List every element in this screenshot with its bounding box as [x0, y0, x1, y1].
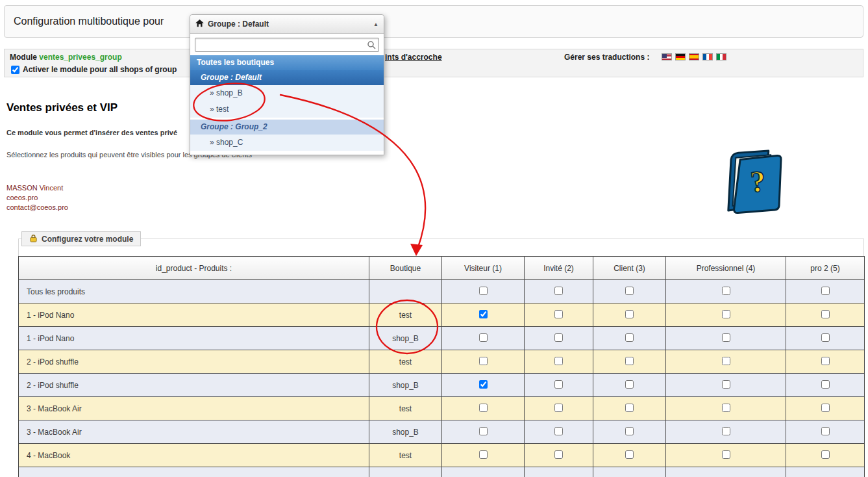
module-name: ventes_privees_group: [39, 53, 121, 62]
checkbox-cell: [593, 374, 666, 397]
checkbox-cell: [593, 420, 666, 444]
boutique-cell: test: [369, 303, 442, 327]
visibility-checkbox[interactable]: [625, 310, 634, 318]
flag-us-icon[interactable]: [662, 53, 672, 60]
flag-it-icon[interactable]: [716, 53, 726, 60]
checkbox-cell: [525, 327, 593, 350]
checkbox-cell: [666, 467, 786, 477]
shop-selector-option[interactable]: » shop_C: [190, 135, 384, 151]
flag-es-icon[interactable]: [689, 53, 699, 60]
checkbox-cell: [593, 444, 666, 467]
config-legend-label: Configurez votre module: [42, 235, 133, 244]
visibility-checkbox[interactable]: [722, 287, 730, 295]
column-header: id_product - Produits :: [19, 257, 369, 280]
checkbox-cell: [593, 350, 666, 374]
checkbox-cell: [786, 397, 865, 420]
checkbox-cell: [593, 303, 666, 327]
product-table-body: Tous les produits1 - iPod Nanotest1 - iP…: [19, 280, 865, 477]
visibility-checkbox[interactable]: [479, 404, 488, 412]
checkbox-cell: [442, 374, 525, 397]
visibility-checkbox[interactable]: [722, 357, 730, 365]
visibility-checkbox[interactable]: [821, 357, 830, 365]
activate-module-checkbox[interactable]: [11, 66, 19, 74]
visibility-checkbox[interactable]: [554, 333, 563, 342]
checkbox-cell: [525, 420, 593, 444]
boutique-cell: [369, 280, 442, 303]
visibility-checkbox[interactable]: [625, 380, 634, 389]
module-info-line: Module ventes_privees_group: [10, 53, 122, 62]
table-row: 1 - iPod Nanotest: [19, 303, 865, 327]
shop-selector-option[interactable]: » test: [190, 101, 384, 118]
visibility-checkbox[interactable]: [722, 427, 730, 435]
shop-selector-list: Toutes les boutiquesGroupe : Default» sh…: [190, 55, 384, 151]
author-email: contact@coeos.pro: [6, 203, 68, 213]
visibility-checkbox[interactable]: [479, 287, 488, 295]
hooks-link[interactable]: ints d'accroche: [385, 53, 442, 62]
visibility-checkbox[interactable]: [821, 380, 830, 389]
visibility-checkbox[interactable]: [722, 450, 730, 459]
visibility-checkbox[interactable]: [554, 287, 563, 295]
shop-search-row: [190, 34, 384, 55]
table-row: Tous les produits: [19, 280, 865, 303]
table-row: 2 - iPod shuffleshop_B: [19, 374, 865, 397]
product-cell: 3 - MacBook Air: [19, 397, 369, 420]
shop-selector-button[interactable]: Groupe : Default ▲: [190, 15, 384, 34]
shop-selector-option[interactable]: » shop_B: [190, 85, 384, 101]
visibility-checkbox[interactable]: [625, 287, 634, 295]
visibility-checkbox[interactable]: [722, 333, 730, 342]
visibility-checkbox[interactable]: [479, 310, 488, 318]
checkbox-cell: [442, 420, 525, 444]
visibility-checkbox[interactable]: [479, 380, 488, 389]
visibility-checkbox[interactable]: [479, 333, 488, 342]
product-cell: 4 - MacBook: [19, 444, 369, 467]
visibility-checkbox[interactable]: [821, 404, 830, 412]
visibility-checkbox[interactable]: [722, 380, 730, 389]
visibility-checkbox[interactable]: [554, 450, 563, 459]
shop-selector-option[interactable]: Groupe : Default: [190, 70, 384, 85]
shop-selector-option[interactable]: Groupe : Group_2: [190, 120, 384, 135]
column-header: Client (3): [593, 257, 666, 280]
table-row: 3 - MacBook Airshop_B: [19, 420, 865, 444]
visibility-checkbox[interactable]: [479, 357, 488, 365]
checkbox-cell: [666, 444, 786, 467]
visibility-checkbox[interactable]: [554, 357, 563, 365]
boutique-cell: test: [369, 444, 442, 467]
checkbox-cell: [786, 374, 865, 397]
visibility-checkbox[interactable]: [554, 380, 563, 389]
checkbox-cell: [786, 444, 865, 467]
shop-search-input[interactable]: [195, 38, 379, 52]
boutique-cell: [369, 467, 442, 477]
visibility-checkbox[interactable]: [625, 333, 634, 342]
flag-fr-icon[interactable]: [702, 53, 713, 60]
visibility-checkbox[interactable]: [625, 357, 634, 365]
visibility-checkbox[interactable]: [821, 333, 830, 342]
column-header: Invité (2): [525, 257, 593, 280]
visibility-checkbox[interactable]: [821, 287, 830, 295]
column-header: Boutique: [369, 257, 442, 280]
svg-text:?: ?: [749, 164, 767, 198]
visibility-checkbox[interactable]: [554, 404, 563, 412]
visibility-checkbox[interactable]: [479, 450, 488, 459]
visibility-checkbox[interactable]: [821, 450, 830, 459]
visibility-checkbox[interactable]: [479, 427, 488, 435]
module-description: Ce module vous permet d'insérer des vent…: [6, 129, 177, 136]
visibility-checkbox[interactable]: [722, 310, 730, 318]
visibility-checkbox[interactable]: [821, 310, 830, 318]
visibility-checkbox[interactable]: [554, 427, 563, 435]
visibility-checkbox[interactable]: [821, 427, 830, 435]
visibility-checkbox[interactable]: [625, 427, 634, 435]
boutique-cell: test: [369, 350, 442, 374]
checkbox-cell: [666, 420, 786, 444]
checkbox-cell: [666, 397, 786, 420]
visibility-checkbox[interactable]: [722, 404, 730, 412]
boutique-cell: shop_B: [369, 327, 442, 350]
checkbox-cell: [666, 280, 786, 303]
flag-de-icon[interactable]: [675, 53, 686, 60]
visibility-checkbox[interactable]: [625, 404, 634, 412]
module-label: Module: [10, 53, 37, 62]
checkbox-cell: [442, 444, 525, 467]
shop-selector-option[interactable]: Toutes les boutiques: [190, 55, 384, 70]
translation-flags: [662, 53, 726, 60]
visibility-checkbox[interactable]: [625, 450, 634, 459]
visibility-checkbox[interactable]: [554, 310, 563, 318]
